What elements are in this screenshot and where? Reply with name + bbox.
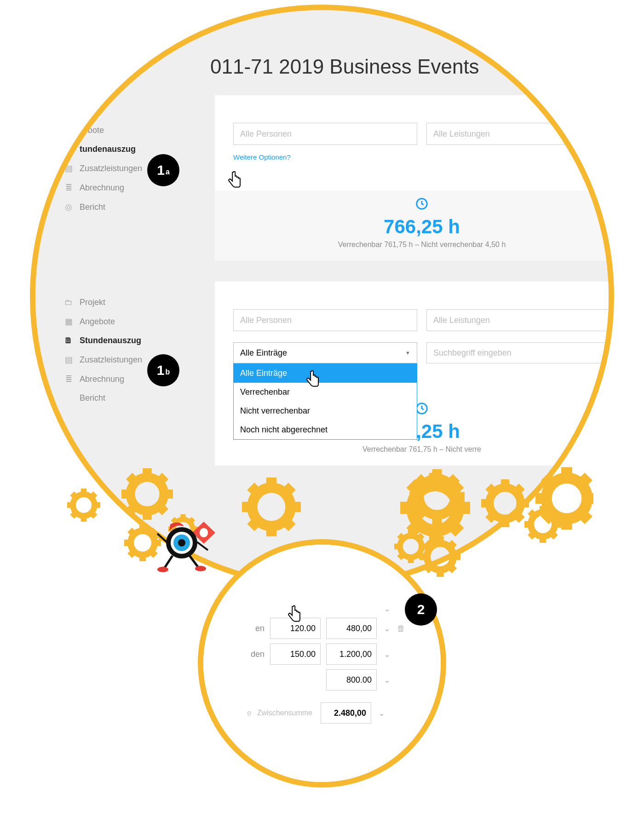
chevron-down-icon[interactable]: ⌄ — [382, 650, 391, 659]
entries-selected-label: Alle Einträge — [240, 348, 287, 358]
entries-option[interactable]: Nicht verrechenbar — [234, 402, 417, 420]
step-badge-num: 1 — [157, 362, 165, 378]
page-title: 011-71 2019 Business Events — [210, 55, 479, 78]
subtotal-value — [321, 702, 371, 724]
svg-point-17 — [157, 567, 168, 572]
svg-point-18 — [195, 566, 206, 571]
filter-panel-top: Weitere Optionen? 766,25 h Verrechenbar … — [215, 95, 614, 261]
step-badge-1a: 1a — [147, 154, 179, 186]
sidebar-item-bericht[interactable]: ◎ Bericht — [58, 197, 173, 217]
chevron-down-icon[interactable]: ⌄ — [382, 604, 391, 613]
step-badge-num: 1 — [157, 162, 165, 178]
amount-input[interactable] — [326, 644, 377, 665]
sidebar-item-label: Bericht — [80, 393, 105, 403]
clock-icon — [233, 197, 610, 214]
chevron-down-icon[interactable]: ⌄ — [382, 676, 391, 684]
card-icon: ▤ — [64, 355, 73, 365]
entries-dropdown[interactable]: Alle Einträge ▼ — [233, 342, 417, 363]
more-options-link[interactable]: Weitere Optionen? — [233, 153, 291, 161]
sidebar-bottom: 🗀 Projekt ▦ Angebote 🗎 Stundenauszug ▤ Z… — [58, 293, 173, 408]
entries-option[interactable]: Alle Einträge — [234, 364, 417, 383]
doc-icon: ▦ — [64, 125, 73, 135]
sidebar-item-label: Angebote — [80, 317, 115, 327]
step-badge-sub: a — [166, 168, 170, 176]
sidebar-item-label: …bote — [80, 126, 104, 135]
persons-input[interactable] — [233, 123, 417, 145]
svg-line-15 — [165, 556, 172, 568]
sidebar-item-label: tundenauszug — [80, 144, 136, 154]
amount-input[interactable] — [326, 669, 377, 690]
services-input[interactable] — [426, 123, 610, 145]
step-badge-2: 2 — [405, 593, 437, 626]
search-input[interactable] — [426, 342, 610, 363]
card-icon: ▤ — [64, 163, 73, 173]
kpi-block: 766,25 h Verrechenbar 761,75 h – Nicht v… — [215, 190, 614, 261]
line-item-row: ⌄ — [203, 669, 441, 690]
sidebar-item-angebote-2[interactable]: ▦ Angebote — [58, 312, 173, 331]
chevron-down-icon[interactable]: ⌄ — [382, 624, 391, 633]
target-icon: ◎ — [64, 202, 73, 212]
db-icon: ≣ — [64, 183, 73, 193]
line-item-row: en ⌄ 🗑 — [203, 618, 441, 639]
line-item-label: den — [237, 650, 264, 659]
subtotal-prefix: e — [242, 708, 252, 718]
line-item-row: den ⌄ — [203, 644, 441, 665]
rate-input[interactable] — [270, 618, 321, 639]
filter-panel-bottom: Alle Einträge ▼ Alle Einträge Verrechenb… — [215, 282, 614, 466]
sidebar-item-bericht-2[interactable]: Bericht — [58, 389, 173, 408]
magnifier-circle-small: ⌄ en ⌄ 🗑 den ⌄ ⌄ e Zwischensumme ⌄ — [198, 539, 446, 788]
doc-icon: ▦ — [64, 316, 73, 327]
persons-input-2[interactable] — [233, 309, 417, 331]
line-item-label: en — [237, 624, 264, 633]
page-icon: 🗎 — [64, 336, 73, 345]
step-badge-num: 2 — [417, 602, 425, 617]
sidebar-item-label: Abrechnung — [80, 183, 124, 193]
page-icon: 🗎 — [64, 144, 73, 154]
chevron-down-icon: ▼ — [405, 350, 410, 356]
kpi-sub-2: Verrechenbar 761,75 h – Nicht verre — [233, 445, 610, 454]
sidebar-item-stundenauszug-2[interactable]: 🗎 Stundenauszug — [58, 331, 173, 350]
entries-option[interactable]: Noch nicht abgerechnet — [234, 420, 417, 439]
sidebar-item-projekt[interactable]: 🗀 Projekt — [58, 293, 173, 312]
folder-icon: 🗀 — [64, 298, 73, 307]
entries-option[interactable]: Verrechenbar — [234, 383, 417, 402]
chevron-down-icon[interactable]: ⌄ — [377, 709, 386, 718]
magnifier-circle-big: 011-71 2019 Business Events ▦ …bote 🗎 tu… — [30, 5, 614, 589]
step-badge-sub: b — [165, 368, 170, 376]
sidebar-item-label: Zusatzleistungen — [80, 164, 142, 173]
rate-input[interactable] — [270, 644, 321, 665]
sidebar-item-label: Stundenauszug — [80, 336, 141, 345]
sidebar-item-label: Zusatzleistungen — [80, 355, 142, 365]
sidebar-item-label: Projekt — [80, 298, 105, 307]
sidebar-item-label: Abrechnung — [80, 374, 124, 384]
kpi-hours: 766,25 h — [233, 216, 610, 238]
amount-input[interactable] — [326, 618, 377, 639]
services-input-2[interactable] — [426, 309, 610, 331]
step-badge-1b: 1b — [147, 354, 179, 386]
trash-icon[interactable]: 🗑 — [397, 624, 407, 633]
sidebar-item-angebote[interactable]: ▦ …bote — [58, 121, 173, 140]
subtotal-row: e Zwischensumme ⌄ — [203, 702, 441, 724]
kpi-sub: Verrechenbar 761,75 h – Nicht verrechenb… — [233, 241, 610, 249]
subtotal-label: Zwischensumme — [257, 709, 312, 717]
sidebar-item-label: Bericht — [80, 202, 105, 212]
db-icon: ≣ — [64, 374, 73, 384]
entries-dropdown-list: Alle Einträge Verrechenbar Nicht verrech… — [233, 363, 417, 440]
